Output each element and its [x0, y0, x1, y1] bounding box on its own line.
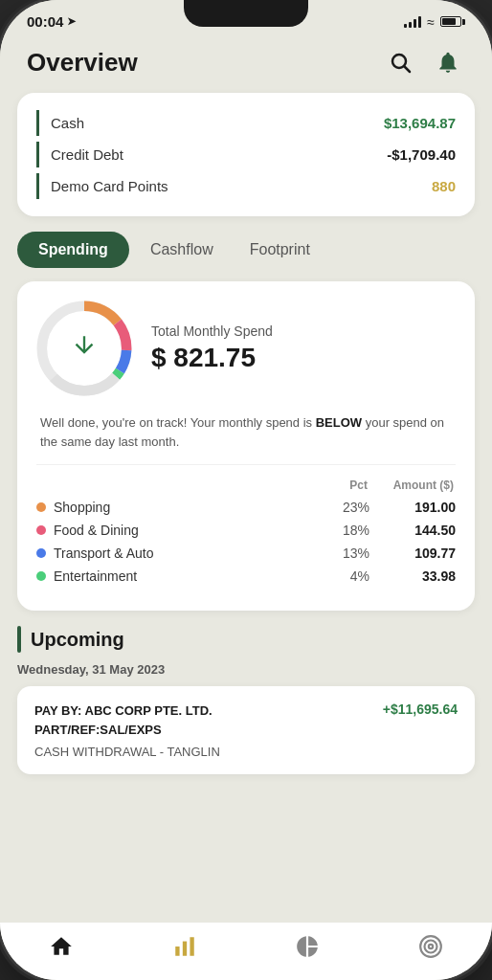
signal-icon	[404, 16, 421, 28]
main-content: Overview	[0, 35, 492, 922]
category-pct: 23%	[312, 500, 369, 515]
upcoming-header: Upcoming	[0, 626, 492, 662]
spending-card: Total Monthly Spend $ 821.75 Well done, …	[17, 281, 475, 611]
spending-message: Well done, you're on track! Your monthly…	[36, 413, 456, 465]
category-amount: 191.00	[369, 500, 456, 515]
search-button[interactable]	[383, 45, 417, 79]
tab-footprint[interactable]: Footprint	[235, 232, 325, 268]
credit-value: -$1,709.40	[387, 146, 456, 163]
category-pct: 4%	[312, 568, 369, 584]
svg-rect-9	[183, 942, 187, 956]
svg-point-13	[429, 945, 433, 948]
category-row: Entertainment 4% 33.98	[36, 568, 456, 584]
category-dot	[36, 548, 46, 558]
cash-value: $13,694.87	[384, 115, 456, 131]
page-title: Overview	[27, 48, 138, 78]
svg-line-1	[405, 67, 411, 73]
category-pct: 18%	[312, 523, 369, 538]
location-icon: ➤	[67, 15, 76, 28]
category-amount: 144.50	[369, 523, 456, 538]
transaction-amount: +$11,695.64	[383, 702, 458, 717]
col-pct-header: Pct	[310, 479, 368, 492]
upcoming-title: Upcoming	[31, 629, 124, 651]
svg-rect-10	[190, 937, 193, 956]
header: Overview	[0, 35, 492, 93]
points-value: 880	[432, 178, 456, 194]
donut-chart	[36, 301, 132, 396]
tabs: Spending Cashflow Footprint	[0, 232, 492, 268]
status-time: 00:04 ➤	[27, 13, 76, 30]
svg-rect-8	[175, 947, 179, 956]
category-row: Transport & Auto 13% 109.77	[36, 546, 456, 561]
upcoming-border	[17, 626, 21, 653]
nav-analytics[interactable]	[156, 934, 213, 959]
notifications-button[interactable]	[431, 45, 465, 79]
credit-label: Credit Debt	[51, 146, 123, 163]
category-dot	[36, 525, 46, 535]
donut-arrow-icon	[71, 332, 98, 366]
nav-targets[interactable]	[402, 934, 459, 959]
category-name: Entertainment	[54, 568, 312, 584]
category-amount: 33.98	[369, 568, 456, 584]
category-dot	[36, 502, 46, 512]
points-label: Demo Card Points	[51, 178, 168, 194]
upcoming-date: Wednesday, 31 May 2023	[0, 662, 492, 686]
spending-amount: $ 821.75	[151, 343, 456, 373]
spending-label: Total Monthly Spend	[151, 323, 456, 339]
header-icons	[383, 45, 465, 79]
balance-cash-row: Cash $13,694.87	[36, 110, 456, 136]
category-table-header: Pct Amount ($)	[36, 479, 456, 492]
tab-spending[interactable]: Spending	[17, 232, 129, 268]
battery-icon	[440, 16, 465, 27]
wifi-icon: ≈	[427, 14, 435, 30]
transaction-sub: CASH WITHDRAWAL - TANGLIN	[34, 745, 458, 759]
transaction-name: PAY BY: ABC CORP PTE. LTD.PART/REF:SAL/E…	[34, 702, 373, 739]
category-row: Shopping 23% 191.00	[36, 500, 456, 515]
balance-points-row: Demo Card Points 880	[36, 173, 456, 199]
category-pct: 13%	[312, 546, 369, 561]
col-amt-header: Amount ($)	[368, 479, 454, 492]
spending-info: Total Monthly Spend $ 821.75	[151, 323, 456, 373]
category-name: Transport & Auto	[54, 546, 312, 561]
transaction-row: PAY BY: ABC CORP PTE. LTD.PART/REF:SAL/E…	[34, 702, 458, 739]
category-rows: Shopping 23% 191.00 Food & Dining 18% 14…	[36, 500, 456, 584]
category-dot	[36, 571, 46, 581]
status-icons: ≈	[404, 14, 465, 30]
nav-home[interactable]	[33, 934, 90, 959]
bottom-nav	[0, 922, 492, 980]
balance-credit-row: Credit Debt -$1,709.40	[36, 142, 456, 167]
cash-label: Cash	[51, 115, 84, 131]
nav-pie[interactable]	[279, 934, 336, 959]
transaction-card[interactable]: PAY BY: ABC CORP PTE. LTD.PART/REF:SAL/E…	[17, 686, 475, 774]
svg-point-12	[424, 941, 436, 953]
tab-cashflow[interactable]: Cashflow	[135, 232, 229, 268]
category-amount: 109.77	[369, 546, 456, 561]
category-row: Food & Dining 18% 144.50	[36, 523, 456, 538]
spending-summary: Total Monthly Spend $ 821.75	[36, 301, 456, 396]
balance-card: Cash $13,694.87 Credit Debt -$1,709.40 D…	[17, 93, 475, 216]
category-name: Shopping	[54, 500, 312, 515]
category-name: Food & Dining	[54, 523, 312, 538]
